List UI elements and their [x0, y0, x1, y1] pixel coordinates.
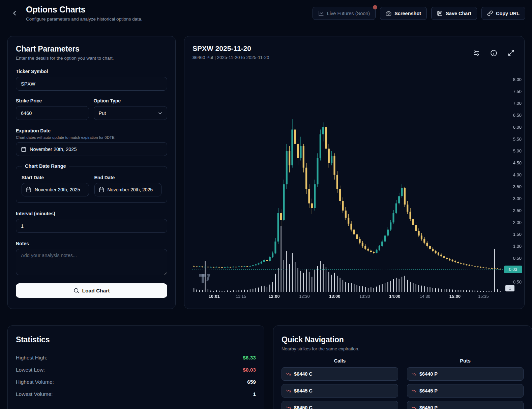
start-date-picker[interactable]: November 20th, 2025 [22, 183, 89, 196]
live-futures-button[interactable]: Live Futures (Soon) [313, 7, 376, 20]
strike-label: Strike Price [16, 98, 89, 103]
screenshot-label: Screenshot [394, 11, 421, 16]
option-type-label: Option Type [94, 98, 168, 103]
save-chart-button[interactable]: Save Chart [431, 7, 477, 20]
strike-button-6450p[interactable]: $6450 P [407, 401, 524, 409]
strike-label: $6445 C [294, 388, 313, 394]
chart-card: SPXW 2025-11-20 $6460 Put | 2025-11-20 t… [184, 36, 525, 309]
strike-label: $6440 C [294, 371, 313, 377]
strike-button-6445p[interactable]: $6445 P [407, 384, 524, 398]
stat-row-lowest-volume: Lowest Volume: 1 [16, 388, 256, 400]
option-type-select[interactable]: Put [94, 106, 168, 120]
sliders-icon [473, 50, 480, 57]
trending-down-icon [286, 405, 291, 409]
maximize-icon [508, 50, 514, 56]
chart-info-button[interactable] [489, 49, 498, 57]
notes-label: Notes [16, 241, 167, 246]
start-date-value: November 20th, 2025 [35, 187, 80, 192]
interval-label: Interval (minutes) [16, 211, 167, 216]
live-futures-label: Live Futures (Soon) [327, 11, 370, 16]
strike-label: $6440 P [419, 371, 438, 377]
copy-url-label: Copy URL [496, 11, 520, 16]
stat-value: 1 [253, 391, 256, 397]
camera-icon [386, 10, 391, 16]
strike-button-6440c[interactable]: $6440 C [282, 367, 398, 381]
calendar-icon [99, 187, 104, 192]
parameters-subtitle: Enter the details for the option you wan… [16, 56, 167, 61]
calls-list: $6440 C $6445 C $6450 C [282, 367, 398, 409]
stat-label: Lowest Low: [16, 367, 45, 373]
notes-textarea[interactable] [16, 249, 167, 275]
trending-down-icon [411, 405, 416, 409]
expiration-label: Expiration Date [16, 128, 167, 133]
strike-label: $6450 P [419, 405, 438, 409]
chart-parameters-card: Chart Parameters Enter the details for t… [7, 36, 176, 309]
notification-dot [373, 5, 377, 9]
stat-value: 659 [247, 379, 256, 385]
page-title: Options Charts [26, 5, 142, 14]
expiration-hint: Chart dates will auto-update to match ex… [16, 135, 167, 139]
chart-date-range-group: Chart Date Range Start Date November 20t… [16, 163, 167, 203]
chart-toolbar [472, 49, 515, 57]
chart-date-range-label: Chart Date Range [22, 163, 69, 169]
copy-url-button[interactable]: Copy URL [481, 7, 525, 20]
strike-button-6445c[interactable]: $6445 C [282, 384, 398, 398]
strike-button-6450c[interactable]: $6450 C [282, 401, 398, 409]
puts-header: Puts [407, 358, 524, 364]
expiration-date-picker[interactable]: November 20th, 2025 [16, 142, 167, 156]
quick-nav-title: Quick Navigation [282, 335, 524, 344]
screenshot-button[interactable]: Screenshot [380, 7, 427, 20]
puts-column: Puts $6440 P $6445 P $6450 P [407, 358, 524, 409]
stat-value: $0.03 [243, 367, 256, 373]
trending-down-icon [411, 388, 416, 394]
strike-button-6440p[interactable]: $6440 P [407, 367, 524, 381]
page-subtitle: Configure parameters and analyze histori… [26, 17, 142, 22]
statistics-rows: Highest High: $6.33 Lowest Low: $0.03 Hi… [16, 352, 256, 400]
header-actions: Live Futures (Soon) Screenshot Save Char… [313, 7, 525, 20]
save-icon [437, 10, 443, 16]
candlestick-chart[interactable] [189, 67, 523, 303]
chart-line-icon [318, 10, 324, 16]
quick-navigation-card: Quick Navigation Nearby strikes for the … [273, 325, 532, 409]
chart-fullscreen-button[interactable] [507, 49, 515, 57]
stat-label: Lowest Volume: [16, 391, 53, 397]
strike-label: $6450 C [294, 405, 313, 409]
calendar-icon [26, 187, 31, 192]
chart-settings-button[interactable] [472, 49, 480, 57]
quick-nav-subtitle: Nearby strikes for the same expiration. [282, 346, 524, 351]
stat-value: $6.33 [243, 355, 256, 361]
chevron-left-icon [11, 9, 18, 17]
trending-down-icon [286, 388, 291, 394]
option-type-value: Put [99, 111, 106, 116]
quick-nav-grid: Calls $6440 C $6445 C $6450 C Puts [282, 358, 524, 409]
link-icon [487, 10, 493, 16]
stat-label: Highest Volume: [16, 379, 54, 385]
strike-input[interactable] [16, 106, 89, 120]
stat-label: Highest High: [16, 355, 47, 361]
calls-header: Calls [282, 358, 398, 364]
back-button[interactable] [9, 7, 20, 19]
stat-row-lowest-low: Lowest Low: $0.03 [16, 364, 256, 376]
stat-row-highest-volume: Highest Volume: 659 [16, 376, 256, 388]
parameters-title: Chart Parameters [16, 44, 167, 54]
load-chart-label: Load Chart [82, 288, 110, 294]
chart-title: SPXW 2025-11-20 [193, 44, 269, 53]
end-date-label: End Date [94, 175, 162, 180]
header-titles: Options Charts Configure parameters and … [26, 5, 142, 22]
end-date-picker[interactable]: November 20th, 2025 [94, 183, 162, 196]
load-chart-button[interactable]: Load Chart [16, 283, 167, 298]
interval-input[interactable] [16, 219, 167, 233]
calls-column: Calls $6440 C $6445 C $6450 C [282, 358, 398, 409]
expiration-date-value: November 20th, 2025 [30, 147, 77, 152]
statistics-title: Statistics [16, 335, 256, 344]
start-date-label: Start Date [22, 175, 89, 180]
trending-down-icon [286, 372, 291, 377]
ticker-input[interactable] [16, 77, 167, 91]
save-chart-label: Save Chart [446, 11, 471, 16]
stat-row-highest-high: Highest High: $6.33 [16, 352, 256, 364]
statistics-card: Statistics Highest High: $6.33 Lowest Lo… [7, 325, 264, 409]
chart-subtitle: $6460 Put | 2025-11-20 to 2025-11-20 [193, 55, 269, 60]
page-header: Options Charts Configure parameters and … [0, 0, 532, 27]
ticker-label: Ticker Symbol [16, 69, 167, 74]
trending-down-icon [411, 372, 416, 377]
